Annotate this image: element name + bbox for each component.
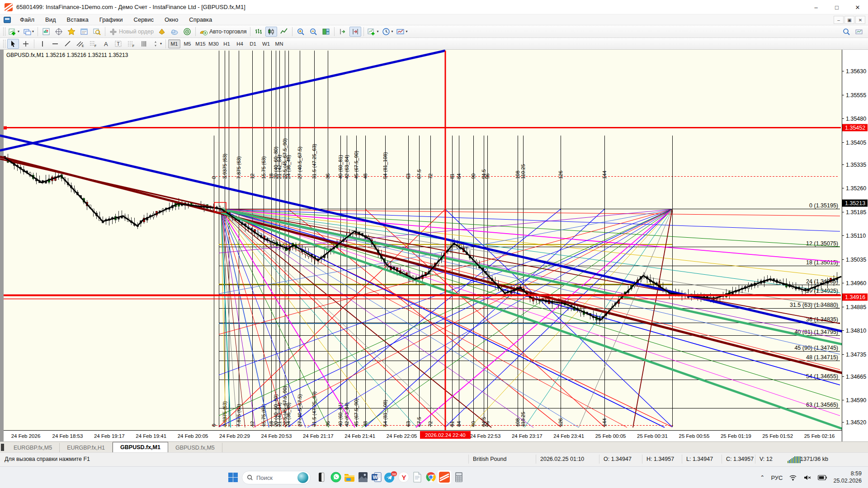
- notepad-app-icon[interactable]: [410, 470, 424, 484]
- horizontal-line-tool-button[interactable]: [49, 39, 61, 49]
- new-order-label: Новый ордер: [119, 28, 154, 35]
- child-minimize-button[interactable]: –: [834, 16, 844, 24]
- dropdown-caret-icon: ▾: [160, 42, 162, 46]
- arrows-tool-button[interactable]: ▾: [151, 39, 163, 49]
- tile-windows-button[interactable]: [320, 27, 332, 37]
- telegram-app-icon[interactable]: 98: [383, 470, 397, 484]
- timeframe-h1-button[interactable]: H1: [221, 39, 233, 48]
- svg-text:1.35555: 1.35555: [846, 92, 866, 99]
- volume-muted-icon[interactable]: [803, 474, 811, 481]
- crosshair-tool-button[interactable]: [20, 39, 32, 49]
- auto-scroll-button[interactable]: [337, 27, 349, 37]
- timeframe-h4-button[interactable]: H4: [234, 39, 246, 48]
- timeframe-m1-button[interactable]: M1: [168, 39, 180, 48]
- signals-button[interactable]: [181, 27, 193, 37]
- fibonacci-tool-button[interactable]: F: [87, 39, 99, 49]
- text-label-tool-button[interactable]: T: [113, 39, 124, 49]
- calculator-app-icon[interactable]: [452, 470, 466, 484]
- trendline-tool-button[interactable]: [62, 39, 74, 49]
- menu-window[interactable]: Окно: [159, 15, 184, 24]
- copilot-icon[interactable]: [297, 472, 308, 483]
- profiles-button[interactable]: ▾: [22, 27, 35, 37]
- chrome-app-icon[interactable]: [424, 470, 438, 484]
- autotrading-button[interactable]: Авто-торговля: [198, 27, 248, 37]
- cycle-lines-tool-button[interactable]: [138, 39, 150, 49]
- menu-charts[interactable]: Графики: [94, 15, 128, 24]
- svg-text:84: 84: [456, 421, 462, 427]
- timeframe-m15-button[interactable]: M15: [194, 39, 207, 48]
- start-button[interactable]: [226, 470, 240, 484]
- svg-text:A: A: [104, 41, 108, 47]
- line-chart-button[interactable]: [278, 27, 290, 37]
- candlestick-chart-button[interactable]: [265, 27, 277, 37]
- tab-gbpusd-m1[interactable]: GBPUSD.fx,M1: [113, 442, 168, 452]
- tab-gbpusd-m5[interactable]: GBPUSD.fx,M5: [168, 443, 222, 452]
- timeframe-mn-button[interactable]: MN: [273, 39, 285, 48]
- wifi-icon[interactable]: [789, 474, 797, 481]
- metaeditor-button[interactable]: [156, 27, 168, 37]
- search-button[interactable]: [840, 27, 852, 37]
- standard-toolbar: ▾ ▾ Новый ордер Авто-торговля: [0, 25, 868, 38]
- instatrader-app-icon[interactable]: [438, 470, 451, 484]
- templates-button[interactable]: ▾: [395, 27, 409, 37]
- data-window-button[interactable]: [53, 27, 65, 37]
- photos-app-icon[interactable]: [356, 470, 370, 484]
- svg-text:12: 12: [250, 421, 255, 427]
- yandex-browser-app-icon[interactable]: Y: [397, 470, 410, 484]
- maximize-button[interactable]: □: [826, 0, 847, 14]
- chart-window[interactable]: 003.9375 (63)3.9375 (63)7.875 (63)7.875 …: [0, 50, 868, 441]
- timeframe-m30-button[interactable]: M30: [208, 39, 220, 48]
- market-watch-button[interactable]: [40, 27, 52, 37]
- timeframe-d1-button[interactable]: D1: [247, 39, 259, 48]
- search-placeholder: Поиск: [256, 474, 273, 481]
- bar-chart-button[interactable]: [253, 27, 264, 37]
- terminal-button[interactable]: [78, 27, 90, 37]
- minimize-button[interactable]: –: [806, 0, 826, 14]
- timeframe-w1-button[interactable]: W1: [260, 39, 272, 48]
- svg-text:2026.02.24 22:40: 2026.02.24 22:40: [425, 432, 466, 438]
- vertical-line-tool-button[interactable]: [37, 39, 48, 49]
- battery-icon[interactable]: [818, 475, 827, 480]
- svg-text:108: 108: [515, 171, 520, 179]
- channel-tool-button[interactable]: E: [75, 39, 86, 49]
- menu-view[interactable]: Вид: [40, 15, 61, 24]
- new-order-button[interactable]: Новый ордер: [108, 27, 155, 37]
- menu-help[interactable]: Справка: [184, 15, 217, 24]
- status-symbol-name: British Pound: [473, 456, 506, 462]
- tab-eurgbp-m5[interactable]: EURGBP.fx,M5: [6, 443, 60, 452]
- chart-shift-button[interactable]: [349, 27, 361, 37]
- timeframe-m5-button[interactable]: M5: [181, 39, 193, 48]
- menu-tools[interactable]: Сервис: [128, 15, 160, 24]
- tab-eurgbp-h1[interactable]: EURGBP.fx,H1: [60, 443, 113, 452]
- whatsapp-app-icon[interactable]: [329, 470, 343, 484]
- child-restore-button[interactable]: ▣: [844, 16, 854, 24]
- zoom-in-button[interactable]: [295, 27, 307, 37]
- periods-button[interactable]: ▾: [381, 27, 394, 37]
- taskbar-search[interactable]: Поиск: [242, 471, 311, 484]
- phone-link-app-icon[interactable]: [315, 470, 328, 484]
- child-close-button[interactable]: ✕: [855, 16, 865, 24]
- tabs-scroll-stub[interactable]: [1, 444, 4, 451]
- navigator-button[interactable]: [66, 27, 77, 37]
- svg-text:1.35185: 1.35185: [846, 209, 866, 216]
- svg-text:40 (60_81): 40 (60_81): [338, 155, 343, 179]
- cursor-tool-button[interactable]: [7, 39, 19, 49]
- new-chart-button[interactable]: ▾: [7, 27, 21, 37]
- svg-text:36: 36: [325, 174, 330, 179]
- tray-clock[interactable]: 8:59 25.02.2026: [833, 470, 862, 484]
- word-app-icon[interactable]: W: [370, 470, 383, 484]
- chart-canvas[interactable]: 003.9375 (63)3.9375 (63)7.875 (63)7.875 …: [0, 50, 868, 441]
- indicators-button[interactable]: ▾: [366, 27, 380, 37]
- toolbar-options-button[interactable]: [853, 27, 865, 37]
- menu-insert[interactable]: Вставка: [61, 15, 94, 24]
- strategy-tester-button[interactable]: [91, 27, 103, 37]
- community-button[interactable]: [169, 27, 180, 37]
- tray-language[interactable]: РУС: [771, 474, 783, 481]
- tray-chevron-icon[interactable]: ⌃: [760, 474, 764, 481]
- text-tool-button[interactable]: A: [100, 39, 112, 49]
- zoom-out-button[interactable]: [307, 27, 319, 37]
- close-button[interactable]: ✕: [847, 0, 868, 14]
- file-explorer-app-icon[interactable]: [343, 470, 356, 484]
- fibo-grid-tool-button[interactable]: F: [125, 39, 137, 49]
- menu-file[interactable]: Файл: [14, 15, 40, 24]
